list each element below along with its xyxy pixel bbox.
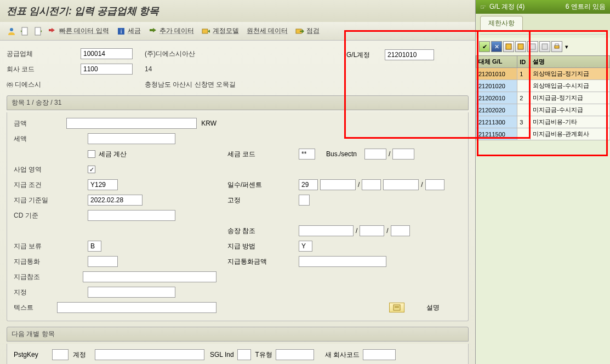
desc-button[interactable] (389, 303, 404, 312)
close-icon[interactable]: ✕ (491, 41, 502, 52)
svg-rect-14 (555, 46, 559, 48)
invoice-ref-input3[interactable] (391, 225, 410, 236)
withholding-button[interactable]: 원천세 데이터 (244, 25, 290, 37)
percent2-input[interactable] (383, 179, 419, 190)
table-row[interactable]: 21201020외상매입금-수시지급 (476, 80, 610, 92)
popup-header-icon: ☞ (480, 3, 486, 11)
tool2-icon[interactable] (539, 41, 550, 52)
svg-rect-15 (555, 44, 558, 46)
popup-header: ☞ G/L 계정 (4) 6 엔트리 있음 (476, 0, 610, 14)
popup-table: 대체 G/L ID 설명 212010101외상매입금-정기지급21201020… (476, 55, 610, 140)
account-input[interactable] (95, 349, 204, 360)
fixed-label: 고정 (227, 196, 299, 205)
pay-block-input[interactable] (88, 241, 101, 252)
section2-header: 다음 개별 항목 (7, 327, 469, 342)
tool1-icon[interactable] (527, 41, 538, 52)
col-gl[interactable]: 대체 G/L (476, 56, 517, 68)
vendor-name: (주)디에스시아산 (142, 49, 195, 59)
user-icon[interactable] (7, 26, 16, 36)
baseline-date-label: 지급 기준일 (14, 196, 88, 205)
vendor-label: 공급업체 (7, 49, 81, 59)
text-input[interactable] (57, 302, 216, 313)
pay-terms-input[interactable] (88, 179, 118, 190)
popup-tab-restrictions[interactable]: 제한사항 (480, 16, 523, 30)
pay-ref-input[interactable] (83, 271, 216, 282)
account-model-button[interactable]: 계정모델 (199, 25, 241, 37)
tax-code-label: 세금 코드 (227, 150, 299, 159)
ttype-label: T유형 (255, 350, 272, 360)
svg-rect-11 (518, 44, 523, 49)
baseline-date-input[interactable] (88, 195, 142, 206)
tax-code-input[interactable] (299, 149, 315, 160)
currency: KRW (201, 120, 216, 127)
col-id[interactable]: ID (517, 56, 531, 68)
page-title: 전표 임시전기: 입력 공급업체 항목 (7, 4, 469, 18)
save2-icon[interactable] (515, 41, 526, 52)
tax-amount-input[interactable] (88, 133, 175, 144)
print-icon[interactable] (551, 41, 562, 52)
section1-header: 항목 1 / 송장 / 31 (7, 95, 469, 110)
pay-terms-label: 지급 조건 (14, 180, 88, 190)
percent1-input[interactable] (320, 179, 356, 190)
biz-area-checkbox[interactable] (88, 166, 95, 173)
popup-toolbar: ✔ ✕ ▾ (476, 38, 610, 55)
account-label: 계정 (73, 350, 95, 360)
tax-button[interactable]: i 세금 (115, 25, 143, 37)
tax-calc-label: 세금 계산 (99, 150, 127, 159)
table-row[interactable]: 212113003미지급비용-기타 (476, 116, 610, 128)
amount-input[interactable] (66, 118, 197, 129)
pstgkey-input[interactable] (52, 349, 69, 360)
save1-icon[interactable] (503, 41, 514, 52)
ttype-input[interactable] (276, 349, 314, 360)
pay-method-input[interactable] (299, 241, 312, 252)
sgl-ind-input[interactable] (237, 349, 251, 360)
check-button[interactable]: 점검 (293, 25, 322, 37)
address: 충청남도 아산시 신창면 오목길 (142, 80, 236, 89)
company-short-label: ㈜ 디에스시 (7, 80, 81, 89)
table-row[interactable]: 21202020미지급금-수시지급 (476, 104, 610, 116)
bus-sectn-input1[interactable] (364, 149, 386, 160)
pay-curr-amt-input[interactable] (299, 256, 386, 267)
biz-area-label: 사업 영역 (14, 165, 88, 174)
company-label: 회사 코드 (7, 65, 81, 74)
table-row[interactable]: 21211500미지급비용-관계회사 (476, 128, 610, 140)
amount-label: 금액 (14, 119, 66, 128)
new-company-input[interactable] (363, 349, 396, 360)
days3-input[interactable] (425, 179, 444, 190)
fast-data-button[interactable]: 빠른 데이터 입력 (46, 25, 111, 37)
text-label: 텍스트 (14, 303, 57, 312)
svg-rect-12 (530, 44, 535, 49)
popup-title: G/L 계정 (4) (489, 2, 525, 12)
pay-curr-label: 지급통화 (14, 257, 88, 266)
svg-rect-13 (542, 44, 548, 49)
check-icon[interactable]: ✔ (479, 41, 490, 52)
svg-rect-1 (22, 27, 27, 35)
invoice-ref-input1[interactable] (299, 225, 354, 236)
assignment-input[interactable] (88, 287, 175, 298)
col-desc[interactable]: 설명 (531, 56, 610, 68)
company-num: 14 (142, 65, 152, 73)
invoice-ref-input2[interactable] (360, 225, 384, 236)
cd-base-input[interactable] (88, 210, 175, 221)
bus-sectn-label: Bus./sectn (326, 150, 364, 158)
company-input[interactable] (81, 64, 133, 75)
dropdown-icon[interactable]: ▾ (563, 41, 570, 52)
tax-calc-checkbox[interactable] (88, 150, 95, 158)
pay-method-label: 지급 방법 (227, 242, 299, 251)
svg-point-0 (10, 28, 13, 31)
table-row[interactable]: 212020102미지급금-정기지급 (476, 92, 610, 104)
table-row[interactable]: 212010101외상매입금-정기지급 (476, 68, 610, 80)
days-input[interactable] (299, 179, 318, 190)
vendor-input[interactable] (81, 48, 133, 59)
pay-block-label: 지급 보류 (14, 242, 88, 251)
more-data-button[interactable]: 추가 데이터 (146, 25, 196, 37)
days2-input[interactable] (362, 179, 381, 190)
doc-left-icon[interactable] (20, 26, 30, 36)
fixed-input[interactable] (299, 195, 310, 206)
doc-right-icon[interactable] (33, 26, 43, 36)
gl-account-input[interactable] (385, 49, 434, 60)
bus-sectn-input2[interactable] (392, 149, 414, 160)
pay-curr-input[interactable] (88, 256, 118, 267)
pstgkey-label: PstgKey (14, 351, 52, 359)
svg-rect-2 (35, 27, 41, 35)
